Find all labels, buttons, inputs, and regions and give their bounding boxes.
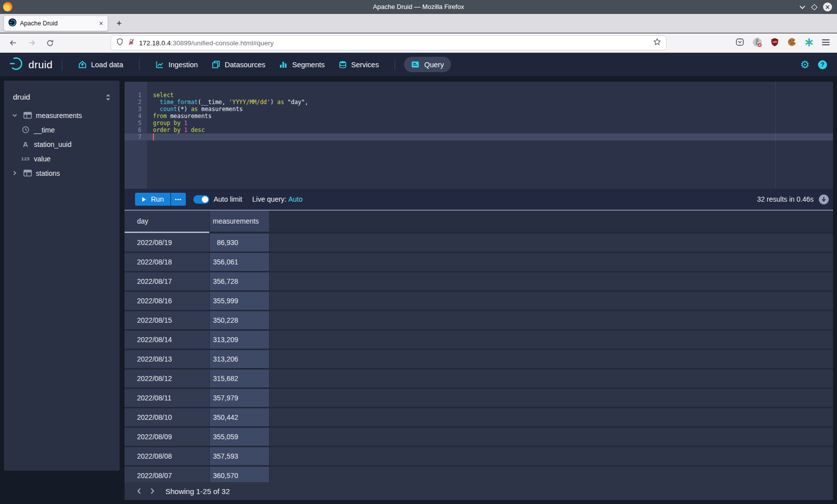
app-nav: Load dataIngestionDatasourcesSegmentsSer… <box>53 57 451 72</box>
insecure-lock-icon[interactable] <box>128 38 135 48</box>
cell-day[interactable]: 2022/08/16 <box>125 292 209 310</box>
cell-measurements-value: 315,682 <box>213 375 238 382</box>
cell-measurements[interactable]: 350,228 <box>210 311 269 329</box>
cell-day[interactable]: 2022/08/15 <box>125 311 209 329</box>
druid-brand[interactable]: druid <box>9 56 53 73</box>
tree-item-station_uuid[interactable]: Astation_uuid <box>4 137 120 151</box>
nav-item-services[interactable]: Services <box>332 57 386 72</box>
code-token: measurements <box>167 113 212 120</box>
sql-editor[interactable]: 1234567 select time_format(__time, 'YYYY… <box>125 82 833 189</box>
code-line-5: group by 1 <box>147 120 833 126</box>
load-data-icon <box>78 60 87 69</box>
menu-hamburger-icon[interactable] <box>822 39 830 48</box>
window-close-icon[interactable]: ✕ <box>823 2 832 11</box>
cell-measurements[interactable]: 356,061 <box>210 253 269 271</box>
cell-measurements[interactable]: 313,206 <box>210 350 269 368</box>
cell-day[interactable]: 2022/08/08 <box>125 447 209 465</box>
cell-day[interactable]: 2022/08/14 <box>125 331 209 349</box>
cell-day[interactable]: 2022/08/13 <box>125 350 209 368</box>
nav-item-segments[interactable]: Segments <box>272 57 331 72</box>
time-column-icon <box>21 126 30 133</box>
cell-measurements-value: 356,728 <box>213 277 238 285</box>
run-bar: Run ••• Auto limit Live query: Auto 32 r… <box>125 189 833 210</box>
prev-page-icon[interactable] <box>133 485 145 498</box>
nav-item-query[interactable]: Query <box>404 57 451 72</box>
datasources-icon <box>212 60 220 69</box>
next-page-icon[interactable] <box>145 485 158 498</box>
nav-item-ingestion[interactable]: Ingestion <box>148 57 205 72</box>
url-bar[interactable]: 172.18.0.4:30899/unified-console.html#qu… <box>111 35 667 50</box>
settings-gear-icon[interactable]: ⚙ <box>800 59 810 70</box>
chevron-down-icon[interactable] <box>10 113 19 118</box>
cell-day[interactable]: 2022/08/07 <box>125 467 209 482</box>
run-button-label: Run <box>151 195 164 203</box>
cell-measurements[interactable]: 86,930 <box>210 234 269 252</box>
tree-item-stations[interactable]: stations <box>4 166 120 180</box>
cookie-extension-icon[interactable] <box>787 37 797 49</box>
cell-day[interactable]: 2022/08/11 <box>125 389 209 407</box>
tree-item-label: measurements <box>36 112 82 120</box>
cell-day[interactable]: 2022/08/17 <box>125 272 209 290</box>
row-filler <box>270 253 833 271</box>
header-separator <box>139 59 140 70</box>
segments-icon <box>279 60 287 69</box>
cell-measurements[interactable]: 313,209 <box>210 331 269 349</box>
nav-item-label: Datasources <box>225 61 265 69</box>
cell-measurements[interactable]: 350,442 <box>210 408 269 426</box>
cell-measurements-value: 86,930 <box>213 239 238 247</box>
help-icon[interactable]: ? <box>818 60 827 69</box>
pocket-icon[interactable] <box>735 38 744 48</box>
schema-selector[interactable]: druid <box>4 91 120 104</box>
header-separator <box>395 59 395 70</box>
cell-day[interactable]: 2022/08/12 <box>125 370 209 387</box>
auto-limit-toggle[interactable] <box>193 195 209 204</box>
cell-day[interactable]: 2022/08/19 <box>125 234 209 252</box>
extension-disabled-icon[interactable] <box>752 37 762 49</box>
nav-item-datasources[interactable]: Datasources <box>205 57 272 72</box>
ublock-origin-icon[interactable]: uO <box>770 37 779 49</box>
tree-item-measurements[interactable]: measurements <box>4 108 120 123</box>
browser-tab[interactable]: Apache Druid × <box>4 16 108 31</box>
code-token <box>153 99 160 106</box>
run-button[interactable]: Run <box>135 193 170 206</box>
cell-day[interactable]: 2022/08/10 <box>125 408 209 426</box>
live-query-value[interactable]: Auto <box>288 195 303 203</box>
forward-icon[interactable] <box>26 37 38 49</box>
table-row: 2022/08/08357,593 <box>125 447 833 467</box>
cell-measurements[interactable]: 355,999 <box>210 292 269 310</box>
code-token: measurements <box>198 106 243 113</box>
tree-item-label: value <box>34 155 50 163</box>
cell-day[interactable]: 2022/08/09 <box>125 428 209 446</box>
table-icon <box>23 112 32 119</box>
cell-measurements[interactable]: 356,728 <box>210 272 269 290</box>
reload-icon[interactable] <box>44 37 56 49</box>
download-results-icon[interactable] <box>819 194 829 205</box>
column-header-measurements[interactable]: measurements <box>210 211 269 232</box>
sparkle-extension-icon[interactable] <box>805 38 814 49</box>
code-token: time_format <box>160 99 198 106</box>
window-maximize-icon[interactable] <box>811 4 818 10</box>
window-minimize-icon[interactable] <box>799 2 806 11</box>
cell-measurements[interactable]: 315,682 <box>210 370 269 387</box>
cell-measurements[interactable]: 357,593 <box>210 447 269 465</box>
tab-close-icon[interactable]: × <box>99 19 103 27</box>
ingestion-icon <box>155 60 164 69</box>
cell-measurements[interactable]: 360,570 <box>210 467 269 482</box>
cell-measurements-value: 355,059 <box>213 433 238 441</box>
druid-app-header: druid Load dataIngestionDatasourcesSegme… <box>0 53 837 76</box>
run-more-button[interactable]: ••• <box>171 193 186 206</box>
cell-measurements-value: 357,593 <box>213 452 238 460</box>
cell-day[interactable]: 2022/08/18 <box>125 253 209 271</box>
new-tab-button[interactable]: + <box>113 17 126 30</box>
bookmark-star-icon[interactable] <box>653 38 661 48</box>
chevron-right-icon[interactable] <box>10 170 19 176</box>
tracking-shield-icon[interactable] <box>116 38 124 48</box>
tree-item-__time[interactable]: __time <box>4 123 120 137</box>
tree-item-value[interactable]: 123value <box>4 151 120 166</box>
back-icon[interactable] <box>7 37 19 49</box>
cell-measurements[interactable]: 355,059 <box>210 428 269 446</box>
line-number: 6 <box>125 126 147 133</box>
nav-item-load-data[interactable]: Load data <box>71 57 131 72</box>
cell-measurements[interactable]: 357,979 <box>210 389 269 407</box>
column-header-day[interactable]: day <box>125 211 209 233</box>
